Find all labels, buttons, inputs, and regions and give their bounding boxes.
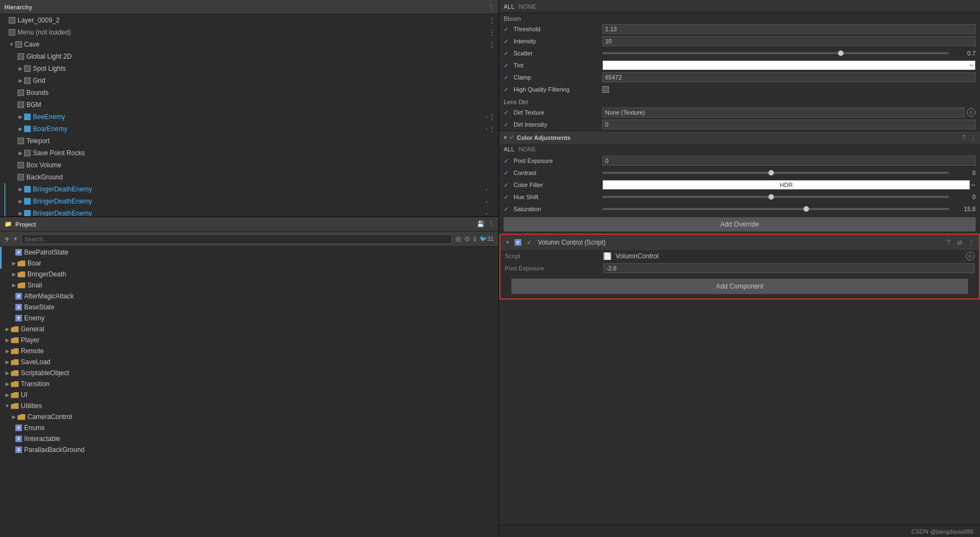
- scatter-slider[interactable]: [602, 52, 949, 54]
- sat-thumb[interactable]: [804, 206, 809, 212]
- all-button[interactable]: ALL: [504, 3, 515, 10]
- hierarchy-item[interactable]: BGM: [0, 99, 498, 111]
- ca-help[interactable]: ?: [962, 134, 966, 142]
- project-item[interactable]: # Enemy: [0, 313, 498, 324]
- search-input[interactable]: [21, 234, 452, 244]
- project-item[interactable]: ▶ ScriptableObject: [0, 368, 498, 378]
- hierarchy-item[interactable]: ▼ Cave ⋮: [0, 38, 498, 50]
- scatter-thumb[interactable]: [838, 50, 844, 56]
- threshold-value-field[interactable]: 1.13: [602, 24, 976, 34]
- project-item[interactable]: ▶ BringerDeath: [0, 269, 498, 280]
- edit-icon[interactable]: ✏: [970, 63, 974, 69]
- pe-value-field[interactable]: 0: [602, 156, 976, 166]
- hierarchy-item[interactable]: Global Light 2D: [0, 50, 498, 63]
- hdr-button[interactable]: HDR: [602, 180, 970, 190]
- project-item[interactable]: ▶ Player: [0, 335, 498, 346]
- cf-check[interactable]: ✓: [504, 182, 511, 189]
- dots-menu[interactable]: ⋮: [488, 112, 496, 121]
- pe-check[interactable]: ✓: [504, 157, 511, 165]
- contrast-thumb[interactable]: [768, 170, 774, 176]
- hs-check[interactable]: ✓: [504, 194, 511, 201]
- hierarchy-item[interactable]: ▶ BringerDeathEnemy ›: [0, 207, 498, 217]
- project-item[interactable]: # ParallaxBackGround: [0, 444, 498, 455]
- ca-check[interactable]: ✓: [509, 134, 517, 141]
- project-item[interactable]: # Enums: [0, 422, 498, 433]
- hqf-check[interactable]: ✓: [504, 86, 511, 93]
- vc-script-picker[interactable]: ⊙: [966, 252, 975, 261]
- project-item[interactable]: # BeePatrolState: [0, 247, 498, 258]
- dots-menu[interactable]: ⋮: [488, 16, 496, 25]
- vc-help[interactable]: ?: [947, 239, 950, 246]
- dots-menu[interactable]: ⋮: [488, 40, 496, 49]
- dropdown-btn[interactable]: ▼: [13, 236, 18, 242]
- hierarchy-more-icon[interactable]: ⋮: [488, 3, 494, 10]
- hqf-checkbox[interactable]: [602, 86, 609, 93]
- intensity-value-field[interactable]: 10: [602, 36, 976, 46]
- ca-more[interactable]: ⋮: [970, 134, 977, 142]
- more-icon[interactable]: ⋮: [488, 221, 494, 228]
- hue-shift-slider[interactable]: [602, 196, 949, 198]
- project-item[interactable]: ▶ Transition: [0, 378, 498, 389]
- hierarchy-item[interactable]: ▶ Spot Lights: [0, 63, 498, 75]
- dirt-texture-value-field[interactable]: None (Texture): [602, 108, 965, 117]
- project-item[interactable]: ▶ CameraControl: [0, 411, 498, 422]
- dots-menu[interactable]: ⋮: [488, 125, 496, 133]
- project-item[interactable]: ▶ General: [0, 324, 498, 335]
- clamp-check[interactable]: ✓: [504, 74, 511, 81]
- add-component-button[interactable]: Add Component: [511, 279, 968, 294]
- dirt-intensity-check[interactable]: ✓: [504, 121, 511, 128]
- hierarchy-item[interactable]: Box Volume: [0, 159, 498, 171]
- contrast-slider[interactable]: [602, 172, 949, 174]
- project-item[interactable]: # AfterMagicAttack: [0, 291, 498, 302]
- hierarchy-item[interactable]: Layer_0009_2 ⋮: [0, 14, 498, 26]
- project-item[interactable]: ▶ Boar: [0, 258, 498, 269]
- contrast-check[interactable]: ✓: [504, 169, 511, 177]
- project-content[interactable]: # BeePatrolState ▶ Boar ▶ BringerDeath ▶…: [0, 247, 498, 537]
- tint-check[interactable]: ✓: [504, 62, 511, 69]
- color-adjustments-header[interactable]: ▼ ✓ Color Adjustments ? ⋮: [499, 131, 980, 144]
- settings-icon[interactable]: ⚙: [464, 235, 470, 243]
- ca-all-btn[interactable]: ALL: [504, 146, 515, 152]
- hierarchy-item[interactable]: BackGround: [0, 171, 498, 183]
- info-icon[interactable]: ℹ: [474, 235, 476, 243]
- project-item[interactable]: # IInteractable: [0, 433, 498, 444]
- project-item[interactable]: ▶ Snail: [0, 280, 498, 291]
- hierarchy-item[interactable]: ▶ BoarEnemy › ⋮: [0, 123, 498, 135]
- hierarchy-item[interactable]: Teleport: [0, 135, 498, 147]
- tint-swatch[interactable]: ✏: [602, 60, 976, 70]
- add-button[interactable]: +: [4, 234, 9, 244]
- project-item[interactable]: ▶ Remote: [0, 346, 498, 357]
- scatter-check[interactable]: ✓: [504, 50, 511, 57]
- dirt-texture-picker[interactable]: ⊙: [967, 108, 976, 117]
- intensity-check[interactable]: ✓: [504, 38, 511, 45]
- hierarchy-item[interactable]: ▶ Save Point Rocks: [0, 147, 498, 159]
- layout-icon[interactable]: ⊞: [455, 235, 461, 243]
- hierarchy-item[interactable]: ▶ BeeEnemy › ⋮: [0, 111, 498, 123]
- hierarchy-item[interactable]: ▶ Grid: [0, 75, 498, 87]
- hs-thumb[interactable]: [768, 194, 774, 200]
- save-icon[interactable]: 💾: [477, 221, 485, 228]
- none-button[interactable]: NONE: [519, 3, 537, 10]
- vc-pe-value-field[interactable]: -2.6: [603, 263, 975, 273]
- dots-menu[interactable]: ⋮: [488, 28, 496, 37]
- dirt-texture-check[interactable]: ✓: [504, 109, 511, 116]
- project-item[interactable]: ▶ UI: [0, 389, 498, 400]
- vc-check[interactable]: ✓: [527, 239, 534, 246]
- sat-check[interactable]: ✓: [504, 206, 511, 213]
- add-override-button[interactable]: Add Override: [504, 217, 976, 231]
- vc-switch-icon[interactable]: ⇄: [957, 239, 962, 246]
- hierarchy-item[interactable]: ▶ BringerDeathEnemy ›: [0, 183, 498, 195]
- project-item[interactable]: # BaseState: [0, 302, 498, 313]
- threshold-check[interactable]: ✓: [504, 26, 511, 33]
- hierarchy-item[interactable]: Menu (not loaded) ⋮: [0, 26, 498, 38]
- project-item[interactable]: ▶ SaveLoad: [0, 357, 498, 368]
- ca-none-btn[interactable]: NONE: [519, 146, 537, 152]
- dirt-intensity-value-field[interactable]: 0: [602, 120, 976, 129]
- cf-edit-icon[interactable]: ✏: [971, 182, 976, 188]
- hierarchy-item[interactable]: ▶ BringerDeathEnemy ›: [0, 195, 498, 207]
- hierarchy-item[interactable]: Bounds: [0, 87, 498, 99]
- project-item[interactable]: ▼ Utilities: [0, 400, 498, 411]
- vc-more-icon[interactable]: ⋮: [968, 239, 975, 246]
- saturation-slider[interactable]: [602, 208, 949, 210]
- clamp-value-field[interactable]: 65472: [602, 72, 976, 82]
